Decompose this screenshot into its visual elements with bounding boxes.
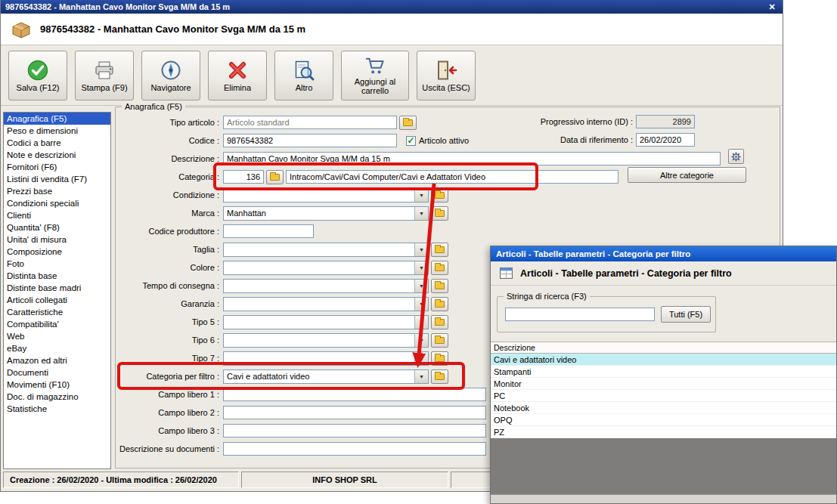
sidebar-item[interactable]: Statistiche (4, 403, 110, 415)
sidebar-item[interactable]: Peso e dimensioni (4, 125, 110, 137)
taglia-combobox[interactable]: ▼ (223, 243, 429, 257)
descrizione-input[interactable] (223, 152, 721, 165)
sidebar-item[interactable]: eBay (4, 342, 110, 354)
campo-libero-1-input[interactable] (223, 388, 486, 401)
tipo6-folder-button[interactable] (431, 333, 448, 348)
codice-input[interactable] (223, 134, 397, 147)
categoria-per-filtro-combobox[interactable]: Cavi e adattatori video ▼ (223, 369, 429, 384)
sidebar-item[interactable]: Web (4, 330, 110, 342)
sidebar-item[interactable]: Codici a barre (4, 137, 110, 149)
sidebar-item[interactable]: Anagrafica (F5) (4, 113, 110, 125)
sidebar-item[interactable]: Distinte base madri (4, 282, 110, 294)
tempo-consegna-folder-button[interactable] (431, 279, 448, 293)
aggiungi-carrello-button[interactable]: Aggiungi al carrello (341, 51, 409, 100)
sidebar-item[interactable]: Prezzi base (4, 185, 110, 197)
categoria-per-filtro-folder-button[interactable] (431, 369, 448, 384)
chevron-down-icon[interactable]: ▼ (414, 261, 428, 274)
close-icon[interactable]: ✕ (766, 2, 778, 12)
sidebar-item[interactable]: Unita' di misura (4, 233, 110, 246)
category-list-item[interactable]: Monitor (491, 378, 836, 390)
sidebar-item[interactable]: Listini di vendita (F7) (4, 173, 110, 185)
chevron-down-icon[interactable]: ▼ (414, 298, 428, 311)
tipo5-folder-button[interactable] (431, 315, 448, 329)
sidebar-item[interactable]: Clienti (4, 209, 110, 221)
sidebar-item[interactable]: Documenti (4, 366, 110, 379)
codice-produttore-label: Codice produttore : (116, 227, 223, 236)
altre-categorie-button[interactable]: Altre categorie (628, 167, 746, 183)
colore-combobox[interactable]: ▼ (223, 261, 429, 275)
condizione-combobox[interactable]: ▼ (223, 188, 429, 203)
chevron-down-icon[interactable]: ▼ (414, 370, 428, 383)
stampa-label: Stampa (F9) (81, 83, 127, 92)
folder-icon (270, 174, 280, 181)
sidebar-item[interactable]: Movimenti (F10) (4, 379, 110, 391)
descrizione-documenti-label: Descrizione su documenti : (116, 444, 223, 453)
delete-x-icon (226, 59, 249, 82)
search-group: Stringa di ricerca (F3) Tutti (F5) (497, 296, 716, 332)
chevron-down-icon[interactable]: ▼ (414, 207, 428, 220)
tempo-consegna-combobox[interactable]: ▼ (223, 279, 429, 293)
tipo7-folder-button[interactable] (431, 351, 448, 366)
tipo7-combobox[interactable]: ▼ (223, 351, 429, 366)
sidebar-item[interactable]: Fornitori (F6) (4, 161, 110, 173)
category-list-item[interactable]: OPQ (491, 414, 836, 426)
sidebar-item[interactable]: Articoli collegati (4, 294, 110, 306)
taglia-folder-button[interactable] (431, 243, 448, 257)
sidebar-item[interactable]: Doc. di magazzino (4, 391, 110, 403)
articolo-attivo-checkbox[interactable]: ✓ (406, 136, 416, 146)
category-list-item[interactable]: Cavi e adattatori video (491, 354, 836, 366)
page-title: 9876543382 - Manhattan Cavo Monitor Svga… (40, 23, 305, 35)
category-list-item[interactable]: Stampanti (491, 366, 836, 378)
chevron-down-icon[interactable]: ▼ (414, 334, 428, 347)
sidebar-item[interactable]: Amazon ed altri (4, 354, 110, 366)
descrizione-documenti-input[interactable] (223, 442, 486, 456)
chevron-down-icon[interactable]: ▼ (414, 280, 428, 292)
data-riferimento-label: Data di riferimento : (522, 135, 636, 144)
colore-folder-button[interactable] (431, 261, 448, 275)
campo-libero-3-input[interactable] (223, 424, 486, 438)
uscita-button[interactable]: Uscita (ESC) (417, 51, 476, 100)
tipo6-combobox[interactable]: ▼ (223, 333, 429, 348)
titlebar[interactable]: 9876543382 - Manhattan Cavo Monitor Svga… (1, 0, 783, 14)
navigatore-button[interactable]: Navigatore (141, 51, 200, 100)
category-list-item[interactable]: PZ (491, 426, 836, 438)
descrizione-gear-button[interactable] (728, 149, 744, 164)
category-list-item[interactable]: PC (491, 390, 836, 402)
marca-combobox[interactable]: Manhattan ▼ (223, 206, 429, 221)
sidebar-item[interactable]: Composizione (4, 246, 110, 258)
altro-button[interactable]: Altro (274, 51, 333, 100)
sidebar-item[interactable]: Foto (4, 258, 110, 270)
category-list-item[interactable]: Notebook (491, 402, 836, 414)
sidebar-item[interactable]: Condizioni speciali (4, 197, 110, 209)
sidebar-item[interactable]: Note e descrizioni (4, 149, 110, 161)
stampa-button[interactable]: Stampa (F9) (75, 51, 134, 100)
tipo-articolo-input[interactable] (223, 116, 397, 129)
chevron-down-icon[interactable]: ▼ (414, 189, 428, 202)
codice-produttore-input[interactable] (223, 224, 314, 238)
sidebar-item[interactable]: Compatibilita' (4, 318, 110, 330)
categoria-path-input[interactable] (286, 170, 618, 184)
salva-button[interactable]: Salva (F12) (8, 51, 67, 100)
sidebar-item[interactable]: Quantita' (F8) (4, 221, 110, 233)
elimina-button[interactable]: Elimina (208, 51, 267, 100)
data-riferimento-input[interactable] (636, 133, 695, 147)
tutti-button[interactable]: Tutti (F5) (661, 306, 711, 323)
tipo5-combobox[interactable]: ▼ (223, 315, 429, 329)
aggiungi-carrello-label: Aggiungi al carrello (346, 77, 404, 95)
condizione-folder-button[interactable] (431, 188, 448, 203)
sidebar-item[interactable]: Caratteristiche (4, 306, 110, 318)
tipo-articolo-folder-button[interactable] (399, 116, 417, 130)
campo-libero-2-input[interactable] (223, 406, 486, 419)
chevron-down-icon[interactable]: ▼ (414, 316, 428, 329)
marca-folder-button[interactable] (431, 206, 448, 221)
sidebar-item[interactable]: Distinta base (4, 270, 110, 282)
garanzia-folder-button[interactable] (431, 297, 448, 311)
garanzia-combobox[interactable]: ▼ (223, 297, 429, 311)
chevron-down-icon[interactable]: ▼ (414, 243, 428, 256)
chevron-down-icon[interactable]: ▼ (414, 352, 428, 365)
search-input[interactable] (505, 308, 655, 321)
overlay-titlebar[interactable]: Articoli - Tabelle parametri - Categoria… (491, 246, 836, 261)
categoria-folder-button[interactable] (266, 170, 284, 184)
categoria-code-input[interactable] (223, 170, 264, 184)
creation-date-status: Creazione : 26/02/2020 - Ultima modifica… (3, 472, 239, 488)
